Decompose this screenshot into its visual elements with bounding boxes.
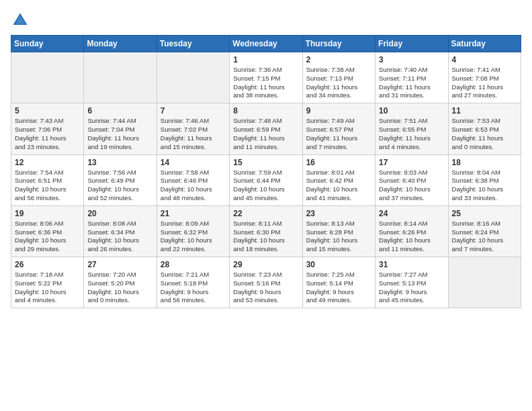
day-info: Sunrise: 8:08 AM Sunset: 6:34 PM Dayligh… xyxy=(87,220,152,254)
day-info: Sunrise: 7:44 AM Sunset: 7:04 PM Dayligh… xyxy=(87,117,152,151)
calendar-cell: 10Sunrise: 7:51 AM Sunset: 6:55 PM Dayli… xyxy=(375,103,448,154)
calendar-cell: 24Sunrise: 8:14 AM Sunset: 6:26 PM Dayli… xyxy=(375,205,448,257)
day-number: 22 xyxy=(233,209,298,218)
day-number: 25 xyxy=(452,209,517,218)
calendar-cell: 20Sunrise: 8:08 AM Sunset: 6:34 PM Dayli… xyxy=(84,205,157,257)
day-number: 17 xyxy=(379,158,444,167)
day-number: 8 xyxy=(233,106,298,116)
day-number: 31 xyxy=(379,260,444,269)
weekday-header-sunday: Sunday xyxy=(11,36,84,52)
calendar-cell: 19Sunrise: 8:06 AM Sunset: 6:36 PM Dayli… xyxy=(11,205,84,257)
day-info: Sunrise: 8:16 AM Sunset: 6:24 PM Dayligh… xyxy=(452,220,517,254)
day-number: 18 xyxy=(452,158,517,167)
day-number: 15 xyxy=(233,158,298,167)
calendar-cell: 8Sunrise: 7:48 AM Sunset: 6:59 PM Daylig… xyxy=(230,103,302,154)
day-info: Sunrise: 8:14 AM Sunset: 6:26 PM Dayligh… xyxy=(379,220,444,254)
logo xyxy=(11,11,32,30)
day-info: Sunrise: 7:40 AM Sunset: 7:11 PM Dayligh… xyxy=(379,66,444,100)
calendar-cell: 16Sunrise: 8:01 AM Sunset: 6:42 PM Dayli… xyxy=(302,154,375,205)
day-number: 19 xyxy=(15,209,80,218)
calendar-cell: 4Sunrise: 7:41 AM Sunset: 7:08 PM Daylig… xyxy=(448,52,521,103)
day-info: Sunrise: 8:09 AM Sunset: 6:32 PM Dayligh… xyxy=(161,220,226,254)
day-number: 11 xyxy=(452,106,517,116)
calendar-cell xyxy=(157,52,229,103)
day-number: 26 xyxy=(15,260,80,269)
day-info: Sunrise: 7:23 AM Sunset: 5:16 PM Dayligh… xyxy=(233,271,298,305)
day-info: Sunrise: 7:59 AM Sunset: 6:44 PM Dayligh… xyxy=(233,169,298,203)
weekday-header-saturday: Saturday xyxy=(448,36,521,52)
calendar-cell: 6Sunrise: 7:44 AM Sunset: 7:04 PM Daylig… xyxy=(84,103,157,154)
calendar-cell: 17Sunrise: 8:03 AM Sunset: 6:40 PM Dayli… xyxy=(375,154,448,205)
day-info: Sunrise: 7:51 AM Sunset: 6:55 PM Dayligh… xyxy=(379,117,444,151)
calendar-cell: 13Sunrise: 7:56 AM Sunset: 6:49 PM Dayli… xyxy=(84,154,157,205)
calendar-cell: 11Sunrise: 7:53 AM Sunset: 6:53 PM Dayli… xyxy=(448,103,521,154)
calendar-cell: 30Sunrise: 7:25 AM Sunset: 5:14 PM Dayli… xyxy=(302,257,375,308)
day-number: 30 xyxy=(306,260,371,269)
calendar-cell: 15Sunrise: 7:59 AM Sunset: 6:44 PM Dayli… xyxy=(230,154,302,205)
calendar-cell: 25Sunrise: 8:16 AM Sunset: 6:24 PM Dayli… xyxy=(448,205,521,257)
day-number: 4 xyxy=(452,55,517,64)
day-info: Sunrise: 7:21 AM Sunset: 5:18 PM Dayligh… xyxy=(161,271,226,305)
weekday-header-tuesday: Tuesday xyxy=(157,36,229,52)
day-number: 20 xyxy=(87,209,152,218)
day-number: 1 xyxy=(233,55,298,64)
calendar-week-row: 1Sunrise: 7:36 AM Sunset: 7:15 PM Daylig… xyxy=(11,52,521,103)
calendar-cell: 28Sunrise: 7:21 AM Sunset: 5:18 PM Dayli… xyxy=(157,257,229,308)
day-number: 5 xyxy=(15,106,80,116)
calendar-cell: 14Sunrise: 7:58 AM Sunset: 6:46 PM Dayli… xyxy=(157,154,229,205)
calendar-cell: 29Sunrise: 7:23 AM Sunset: 5:16 PM Dayli… xyxy=(230,257,302,308)
weekday-header-friday: Friday xyxy=(375,36,448,52)
weekday-header-wednesday: Wednesday xyxy=(230,36,302,52)
day-number: 29 xyxy=(233,260,298,269)
day-info: Sunrise: 7:54 AM Sunset: 6:51 PM Dayligh… xyxy=(15,169,80,203)
calendar-cell xyxy=(448,257,521,308)
day-info: Sunrise: 7:56 AM Sunset: 6:49 PM Dayligh… xyxy=(87,169,152,203)
day-number: 7 xyxy=(161,106,226,116)
calendar-cell: 26Sunrise: 7:18 AM Sunset: 5:22 PM Dayli… xyxy=(11,257,84,308)
calendar-cell: 27Sunrise: 7:20 AM Sunset: 5:20 PM Dayli… xyxy=(84,257,157,308)
calendar-cell: 3Sunrise: 7:40 AM Sunset: 7:11 PM Daylig… xyxy=(375,52,448,103)
page-container: SundayMondayTuesdayWednesdayThursdayFrid… xyxy=(0,0,532,314)
day-info: Sunrise: 7:36 AM Sunset: 7:15 PM Dayligh… xyxy=(233,66,298,100)
calendar-cell: 18Sunrise: 8:04 AM Sunset: 6:38 PM Dayli… xyxy=(448,154,521,205)
calendar-cell: 22Sunrise: 8:11 AM Sunset: 6:30 PM Dayli… xyxy=(230,205,302,257)
calendar-week-row: 26Sunrise: 7:18 AM Sunset: 5:22 PM Dayli… xyxy=(11,257,521,308)
day-number: 6 xyxy=(87,106,152,116)
day-number: 27 xyxy=(87,260,152,269)
day-number: 9 xyxy=(306,106,371,116)
day-number: 21 xyxy=(161,209,226,218)
calendar-cell: 23Sunrise: 8:13 AM Sunset: 6:28 PM Dayli… xyxy=(302,205,375,257)
calendar-cell: 31Sunrise: 7:27 AM Sunset: 5:13 PM Dayli… xyxy=(375,257,448,308)
day-info: Sunrise: 7:25 AM Sunset: 5:14 PM Dayligh… xyxy=(306,271,371,305)
calendar-cell: 7Sunrise: 7:46 AM Sunset: 7:02 PM Daylig… xyxy=(157,103,229,154)
weekday-header-monday: Monday xyxy=(84,36,157,52)
day-info: Sunrise: 7:18 AM Sunset: 5:22 PM Dayligh… xyxy=(15,271,80,305)
calendar-cell xyxy=(84,52,157,103)
day-number: 16 xyxy=(306,158,371,167)
day-number: 23 xyxy=(306,209,371,218)
day-info: Sunrise: 8:04 AM Sunset: 6:38 PM Dayligh… xyxy=(452,169,517,203)
day-info: Sunrise: 7:58 AM Sunset: 6:46 PM Dayligh… xyxy=(161,169,226,203)
day-number: 10 xyxy=(379,106,444,116)
logo-icon xyxy=(11,11,30,30)
calendar-week-row: 19Sunrise: 8:06 AM Sunset: 6:36 PM Dayli… xyxy=(11,205,521,257)
calendar-cell: 1Sunrise: 7:36 AM Sunset: 7:15 PM Daylig… xyxy=(230,52,302,103)
weekday-header-thursday: Thursday xyxy=(302,36,375,52)
day-info: Sunrise: 8:13 AM Sunset: 6:28 PM Dayligh… xyxy=(306,220,371,254)
day-info: Sunrise: 8:01 AM Sunset: 6:42 PM Dayligh… xyxy=(306,169,371,203)
day-number: 24 xyxy=(379,209,444,218)
day-info: Sunrise: 8:03 AM Sunset: 6:40 PM Dayligh… xyxy=(379,169,444,203)
day-info: Sunrise: 7:53 AM Sunset: 6:53 PM Dayligh… xyxy=(452,117,517,151)
calendar-cell: 5Sunrise: 7:43 AM Sunset: 7:06 PM Daylig… xyxy=(11,103,84,154)
day-info: Sunrise: 8:06 AM Sunset: 6:36 PM Dayligh… xyxy=(15,220,80,254)
day-number: 14 xyxy=(161,158,226,167)
calendar-week-row: 12Sunrise: 7:54 AM Sunset: 6:51 PM Dayli… xyxy=(11,154,521,205)
calendar-cell xyxy=(11,52,84,103)
day-number: 3 xyxy=(379,55,444,64)
day-info: Sunrise: 8:11 AM Sunset: 6:30 PM Dayligh… xyxy=(233,220,298,254)
day-info: Sunrise: 7:38 AM Sunset: 7:13 PM Dayligh… xyxy=(306,66,371,100)
page-header xyxy=(11,11,521,30)
day-info: Sunrise: 7:49 AM Sunset: 6:57 PM Dayligh… xyxy=(306,117,371,151)
day-info: Sunrise: 7:20 AM Sunset: 5:20 PM Dayligh… xyxy=(87,271,152,305)
day-number: 28 xyxy=(161,260,226,269)
